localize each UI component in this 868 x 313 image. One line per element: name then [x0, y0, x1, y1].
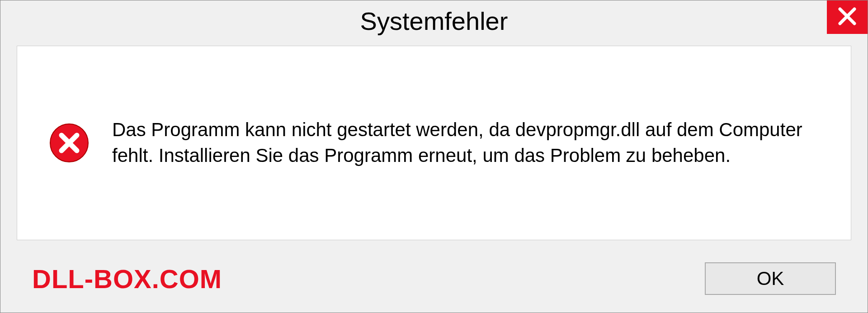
dialog-footer: DLL-BOX.COM OK — [0, 254, 868, 313]
content-area: Das Programm kann nicht gestartet werden… — [17, 46, 851, 240]
watermark-text: DLL-BOX.COM — [32, 264, 222, 294]
close-button[interactable] — [827, 0, 868, 34]
titlebar: Systemfehler — [0, 0, 868, 41]
close-icon — [837, 6, 857, 28]
error-dialog: Systemfehler Das Programm kann nicht ges… — [0, 0, 868, 313]
error-message: Das Programm kann nicht gestartet werden… — [112, 117, 828, 168]
error-icon — [49, 123, 90, 163]
dialog-title: Systemfehler — [360, 6, 508, 36]
ok-button[interactable]: OK — [705, 262, 836, 295]
